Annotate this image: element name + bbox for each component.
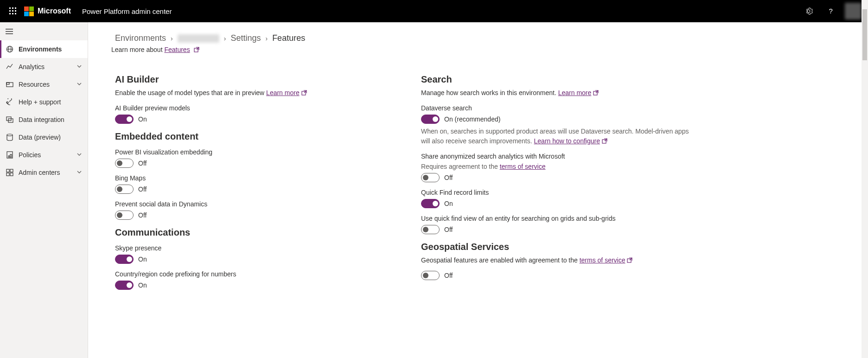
svg-rect-10 [6,29,13,30]
globe-icon [6,45,14,53]
svg-rect-23 [8,156,10,157]
scrollbar-thumb[interactable] [862,9,867,60]
external-link-icon [301,89,307,98]
section-title: Geospatial Services [421,242,699,252]
sidebar-item-data-preview-[interactable]: Data (preview) [0,128,88,146]
policies-icon [6,151,14,159]
sidebar-item-label: Help + support [19,98,82,106]
breadcrumb-environments[interactable]: Environments [115,33,166,43]
skype-presence-toggle[interactable] [115,255,134,264]
svg-rect-17 [6,83,9,84]
left-column: AI BuilderEnable the usage of model type… [115,67,393,292]
sidebar: EnvironmentsAnalyticsResourcesHelp + sup… [0,22,88,358]
microsoft-logo[interactable]: Microsoft [24,6,71,16]
country-region-code-prefixing-for-numbers-toggle[interactable] [115,281,134,290]
breadcrumb-environment-name[interactable] [178,34,219,43]
svg-rect-28 [10,173,13,176]
breadcrumb-current: Features [272,33,305,43]
sidebar-item-environments[interactable]: Environments [0,40,88,58]
breadcrumb-settings[interactable]: Settings [230,33,261,43]
microsoft-logo-text: Microsoft [38,7,71,15]
sidebar-item-analytics[interactable]: Analytics [0,58,88,76]
sidebar-item-help-support[interactable]: Help + support [0,93,88,111]
svg-rect-27 [6,173,9,176]
setting-label-skype-presence: Skype presence [115,244,393,252]
chevron-down-icon [77,63,82,70]
setting-label-use-quick-find-view-of-an-entity-for-searching-on-grids-and-sub-grids: Use quick find view of an entity for sea… [421,215,699,222]
analytics-icon [6,63,14,71]
svg-rect-1 [12,7,13,9]
bing-maps-toggle[interactable] [115,185,134,194]
learn-more-features-link[interactable]: Features [164,46,190,53]
power-bi-visualization-embedding-toggle[interactable] [115,159,134,168]
sidebar-item-resources[interactable]: Resources [0,76,88,93]
dataverse-search-toggle-state: On (recommended) [444,115,500,123]
sidebar-item-data-integration[interactable]: Data integration [0,111,88,128]
setting-label-country-region-code-prefixing-for-numbers: Country/region code prefixing for number… [115,270,393,278]
sidebar-item-admin-centers[interactable]: Admin centers [0,164,88,181]
use-quick-find-view-of-an-entity-for-searching-on-grids-and-sub-grids-toggle-state: Off [444,226,453,233]
setting-sub-link[interactable]: terms of service [500,163,546,170]
chevron-down-icon [77,169,82,176]
country-region-code-prefixing-for-numbers-toggle-state: On [138,281,147,289]
section-desc: Enable the usage of model types that are… [115,89,393,98]
geospatial-services-toggle[interactable] [421,271,440,280]
user-avatar[interactable] [845,3,862,19]
svg-rect-25 [6,169,9,172]
skype-presence-toggle-state: On [138,256,147,263]
power-bi-visualization-embedding-toggle-state: Off [138,160,147,167]
sidebar-item-label: Admin centers [19,169,77,176]
ai-builder-preview-models-toggle[interactable] [115,115,134,124]
quick-find-record-limits-toggle-state: On [444,200,453,207]
question-icon: ? [827,7,835,15]
section-desc: Geospatial features are enabled with agr… [421,256,699,265]
setting-label-prevent-social-data-in-dynamics: Prevent social data in Dynamics [115,200,393,208]
data-icon [6,133,14,141]
svg-rect-7 [12,13,13,14]
quick-find-record-limits-toggle[interactable] [421,199,440,208]
bing-maps-toggle-state: Off [138,185,147,193]
data-int-icon [6,115,14,124]
setting-label-dataverse-search: Dataverse search [421,104,699,112]
sidebar-item-label: Data (preview) [19,134,82,141]
app-launcher-button[interactable] [4,0,22,22]
section-desc: Manage how search works in this environm… [421,89,699,98]
svg-rect-4 [12,10,13,12]
section-desc-link[interactable]: terms of service [580,256,625,264]
svg-point-21 [7,134,13,136]
settings-button[interactable] [798,0,820,22]
section-desc-link[interactable]: Learn more [266,89,300,96]
use-quick-find-view-of-an-entity-for-searching-on-grids-and-sub-grids-toggle[interactable] [421,225,440,234]
chevron-down-icon [77,81,82,88]
section-desc-link[interactable]: Learn more [558,89,592,96]
dataverse-search-toggle[interactable] [421,115,440,124]
geospatial-services-toggle-state: Off [444,272,453,279]
external-link-icon [593,89,599,98]
share-anonymized-search-analytics-with-microsoft-toggle[interactable] [421,173,440,182]
setting-help-link[interactable]: Learn how to configure [534,137,600,145]
svg-rect-8 [15,13,16,14]
help-button[interactable]: ? [820,0,842,22]
setting-label-ai-builder-preview-models: AI Builder preview models [115,104,393,112]
share-anonymized-search-analytics-with-microsoft-toggle-state: Off [444,174,453,181]
prevent-social-data-in-dynamics-toggle-state: Off [138,211,147,219]
svg-rect-3 [9,10,11,12]
learn-more-line: Learn more about Features [111,46,841,54]
section-title: Search [421,74,699,85]
section-title: AI Builder [115,74,393,85]
svg-rect-24 [10,154,12,157]
external-link-icon [627,256,632,266]
sidebar-collapse-button[interactable] [0,24,88,40]
external-link-icon [194,46,199,54]
sidebar-item-policies[interactable]: Policies [0,146,88,164]
sidebar-item-label: Policies [19,151,77,159]
sidebar-item-label: Environments [19,45,82,53]
external-link-icon [602,137,607,146]
svg-rect-12 [6,33,13,34]
scrollbar[interactable] [862,0,868,358]
svg-rect-26 [10,169,13,172]
prevent-social-data-in-dynamics-toggle[interactable] [115,211,134,220]
sidebar-item-label: Resources [19,81,77,88]
right-column: SearchManage how search works in this en… [421,67,699,292]
svg-rect-0 [9,7,11,9]
